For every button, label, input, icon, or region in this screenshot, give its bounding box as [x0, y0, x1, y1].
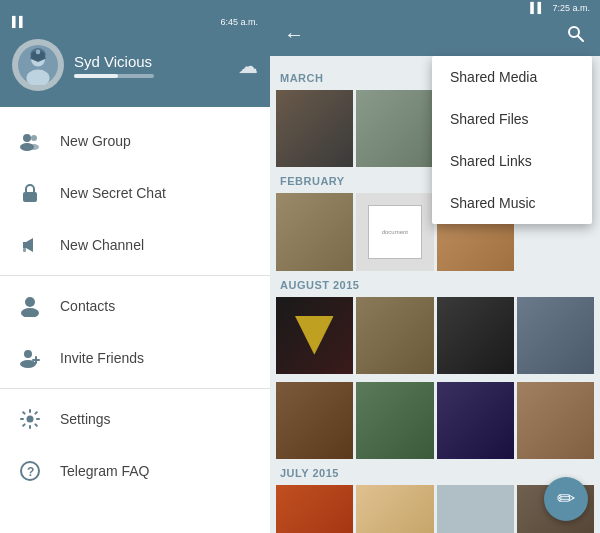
new-group-label: New Group — [60, 133, 131, 149]
menu-user-info: Syd Vicious — [74, 53, 258, 78]
status-bar-right: ▌▌ 7:25 a.m. — [280, 0, 590, 15]
photo-cell[interactable] — [356, 297, 433, 374]
contacts-label: Contacts — [60, 298, 115, 314]
menu-item-invite-friends[interactable]: Invite Friends — [0, 332, 270, 384]
svg-rect-13 — [23, 242, 26, 248]
svg-point-15 — [25, 297, 35, 307]
section-july: JULY 2015 — [280, 467, 590, 479]
dropdown-item-shared-music[interactable]: Shared Music — [432, 182, 592, 224]
photo-cell[interactable] — [437, 382, 514, 459]
dropdown-menu: Shared Media Shared Files Shared Links S… — [432, 56, 592, 224]
photo-cell[interactable] — [276, 193, 353, 270]
faq-icon: ? — [16, 457, 44, 485]
photo-cell[interactable] — [276, 485, 353, 533]
section-august: AUGUST 2015 — [280, 279, 590, 291]
menu-item-faq[interactable]: ? Telegram FAQ — [0, 445, 270, 497]
add-person-icon — [16, 344, 44, 372]
menu-list: New Group New Secret Chat — [0, 107, 270, 533]
svg-point-18 — [20, 360, 36, 368]
svg-point-11 — [29, 144, 39, 150]
group-icon — [16, 127, 44, 155]
photo-cell[interactable]: document — [356, 193, 433, 270]
menu-item-new-group[interactable]: New Group — [0, 115, 270, 167]
fab-button[interactable]: ✏ — [544, 477, 588, 521]
person-icon — [16, 292, 44, 320]
svg-point-8 — [23, 134, 31, 142]
menu-header: ▌▌ 6:45 a.m. — [0, 0, 270, 107]
menu-progress — [74, 74, 154, 78]
menu-item-settings[interactable]: Settings — [0, 393, 270, 445]
svg-line-23 — [578, 36, 583, 41]
svg-point-17 — [24, 350, 32, 358]
invite-friends-label: Invite Friends — [60, 350, 144, 366]
search-button[interactable] — [560, 22, 590, 48]
menu-divider-2 — [0, 388, 270, 389]
photo-cell[interactable] — [356, 382, 433, 459]
dropdown-item-shared-media[interactable]: Shared Media — [432, 56, 592, 98]
menu-user-name: Syd Vicious — [74, 53, 258, 70]
menu-progress-fill — [74, 74, 118, 78]
side-menu: ▌▌ 6:45 a.m. — [0, 0, 270, 533]
menu-divider-1 — [0, 275, 270, 276]
back-button[interactable]: ← — [280, 21, 308, 48]
settings-label: Settings — [60, 411, 111, 427]
right-panel: ▌▌ 7:25 a.m. ← MARCH FEBRUARY — [270, 0, 600, 533]
svg-rect-12 — [23, 192, 37, 202]
menu-item-new-secret-chat[interactable]: New Secret Chat — [0, 167, 270, 219]
dropdown-item-shared-files[interactable]: Shared Files — [432, 98, 592, 140]
lock-icon — [16, 179, 44, 207]
photo-cell[interactable] — [276, 90, 353, 167]
photo-grid-august-1 — [276, 297, 594, 374]
time-menu: 6:45 a.m. — [220, 17, 258, 27]
photo-cell[interactable] — [437, 485, 514, 533]
signal-right: ▌▌ — [530, 2, 544, 13]
megaphone-icon — [16, 231, 44, 259]
svg-point-19 — [27, 416, 34, 423]
toolbar: ← — [280, 15, 590, 56]
menu-cloud-icon: ☁ — [238, 54, 258, 78]
menu-avatar — [12, 39, 64, 91]
menu-item-contacts[interactable]: Contacts — [0, 280, 270, 332]
photo-grid-august-2 — [276, 382, 594, 459]
signal-menu: ▌▌ — [12, 16, 26, 27]
photo-cell[interactable] — [517, 382, 594, 459]
left-panel: ▌▌ 6:45 a.m. Syd Vicious ☁ — [0, 0, 270, 533]
photo-cell[interactable] — [276, 382, 353, 459]
faq-label: Telegram FAQ — [60, 463, 149, 479]
time-right: 7:25 a.m. — [552, 3, 590, 13]
svg-text:?: ? — [27, 465, 34, 479]
settings-icon — [16, 405, 44, 433]
svg-rect-14 — [23, 248, 26, 252]
photo-cell[interactable] — [356, 90, 433, 167]
right-header: ▌▌ 7:25 a.m. ← — [270, 0, 600, 56]
photo-cell[interactable] — [437, 297, 514, 374]
photo-cell[interactable] — [276, 297, 353, 374]
photo-cell[interactable] — [356, 485, 433, 533]
new-channel-label: New Channel — [60, 237, 144, 253]
photo-cell[interactable] — [517, 297, 594, 374]
svg-point-7 — [36, 50, 41, 55]
dropdown-item-shared-links[interactable]: Shared Links — [432, 140, 592, 182]
status-bar-menu: ▌▌ 6:45 a.m. — [12, 16, 258, 27]
svg-point-9 — [31, 135, 37, 141]
menu-item-new-channel[interactable]: New Channel — [0, 219, 270, 271]
new-secret-chat-label: New Secret Chat — [60, 185, 166, 201]
menu-user-section: Syd Vicious ☁ — [12, 35, 258, 97]
svg-point-16 — [21, 308, 39, 317]
